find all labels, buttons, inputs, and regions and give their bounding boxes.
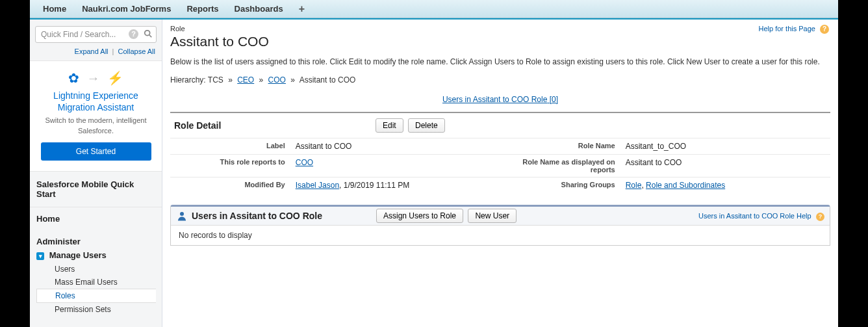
assign-users-button[interactable]: Assign Users to Role — [376, 209, 463, 223]
separator: | — [112, 47, 114, 55]
edit-button[interactable]: Edit — [376, 118, 403, 133]
sharing-groups-lbl: Sharing Groups — [500, 177, 620, 194]
users-panel-empty: No records to display — [171, 226, 830, 245]
sharing-role-sub-link[interactable]: Role and Subordinates — [646, 181, 725, 190]
users-panel-help-link[interactable]: Users in Assitant to COO Role Help — [698, 212, 811, 220]
modified-by-lbl: Modified By — [170, 177, 290, 194]
label-lbl: Label — [170, 138, 290, 155]
migration-box: ✿ → ⚡ Lightning Experience Migration Ass… — [30, 60, 162, 172]
lightning-icon: ⚡ — [107, 71, 123, 85]
mobile-quickstart-link[interactable]: Salesforce Mobile Quick Start — [30, 172, 162, 207]
label-val: Assitant to COO — [290, 138, 500, 155]
reportname-lbl: Role Name as displayed on reports — [500, 155, 620, 177]
help-icon[interactable]: ? — [816, 213, 824, 221]
role-detail-panel: Role Detail Edit Delete Label Assitant t… — [170, 112, 830, 193]
search-icon[interactable] — [144, 29, 153, 40]
migration-subtitle: Switch to the modern, intelligent Salesf… — [36, 116, 155, 136]
help-for-page-link[interactable]: Help for this Page — [759, 25, 815, 33]
new-user-button[interactable]: New User — [468, 209, 517, 223]
users-panel-title: Users in Assitant to COO Role — [192, 211, 322, 221]
svg-point-2 — [180, 212, 184, 216]
sidebar-home[interactable]: Home — [36, 214, 155, 224]
help-icon[interactable]: ? — [129, 29, 138, 39]
sidebar: ? Expand All | Collapse All ✿ → ⚡ Lightn… — [30, 20, 162, 327]
reports-to-lbl: This role reports to — [170, 155, 290, 177]
hierarchy-current: Assitant to COO — [300, 75, 356, 85]
get-started-button[interactable]: Get Started — [41, 142, 151, 161]
hierarchy-root: TCS — [208, 75, 223, 85]
sidebar-item-users[interactable]: Users — [36, 263, 155, 276]
sidebar-manage-users[interactable]: ▾ Manage Users — [36, 250, 155, 260]
hierarchy-label: Hierarchy: — [170, 75, 206, 85]
collapse-all-link[interactable]: Collapse All — [118, 47, 155, 55]
nav-tab-jobforms[interactable]: Naukri.com JobForms — [74, 0, 179, 18]
page-description: Below is the list of users assigned to t… — [170, 56, 830, 68]
help-icon[interactable]: ? — [820, 25, 829, 34]
expand-all-link[interactable]: Expand All — [75, 47, 108, 55]
sidebar-item-roles[interactable]: Roles — [36, 289, 156, 303]
top-nav: Home Naukri.com JobForms Reports Dashboa… — [30, 0, 838, 18]
reports-to-link[interactable]: COO — [296, 158, 313, 167]
page-title: Assitant to COO — [170, 34, 830, 49]
modified-by-timestamp: , 1/9/2019 11:11 PM — [339, 181, 409, 190]
classic-icon: ✿ — [68, 71, 79, 85]
svg-point-0 — [145, 31, 150, 36]
delete-button[interactable]: Delete — [408, 118, 445, 133]
migration-title: Lightning Experience Migration Assistant — [36, 90, 155, 113]
manage-users-label: Manage Users — [49, 250, 107, 260]
role-detail-header: Role Detail — [170, 120, 376, 131]
reportname-val: Assitant to COO — [620, 155, 830, 177]
nav-tab-home[interactable]: Home — [35, 0, 74, 18]
sidebar-item-permission-sets[interactable]: Permission Sets — [36, 303, 155, 316]
user-icon — [176, 210, 188, 222]
hierarchy-coo-link[interactable]: COO — [268, 75, 286, 85]
breadcrumb: Hierarchy: TCS » CEO » COO » Assitant to… — [170, 75, 830, 85]
main-content: Help for this Page ? Role Assitant to CO… — [162, 20, 838, 327]
record-type-label: Role — [170, 25, 830, 33]
users-in-role-link[interactable]: Users in Assitant to COO Role [0] — [442, 95, 558, 104]
chevron-down-icon: ▾ — [36, 252, 44, 260]
sidebar-administer: Administer — [36, 237, 155, 246]
nav-tab-add[interactable]: + — [291, 0, 313, 18]
arrow-icon: → — [87, 71, 100, 85]
sharing-role-link[interactable]: Role — [626, 181, 642, 190]
nav-tab-reports[interactable]: Reports — [179, 0, 226, 18]
rolename-val: Assitant_to_COO — [620, 138, 830, 155]
users-panel: Users in Assitant to COO Role Assign Use… — [170, 205, 830, 246]
nav-tab-dashboards[interactable]: Dashboards — [227, 0, 291, 18]
rolename-lbl: Role Name — [500, 138, 620, 155]
sidebar-item-mass-email[interactable]: Mass Email Users — [36, 276, 155, 289]
svg-line-1 — [149, 35, 152, 38]
hierarchy-ceo-link[interactable]: CEO — [237, 75, 254, 85]
modified-by-user-link[interactable]: Isabel Jason — [296, 181, 339, 190]
